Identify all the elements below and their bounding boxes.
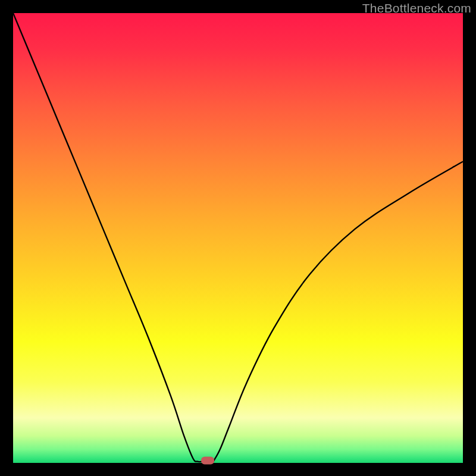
chart-plot-area xyxy=(13,13,463,463)
curve-left-branch xyxy=(13,13,202,462)
bottleneck-curve xyxy=(13,13,463,463)
curve-right-branch xyxy=(213,161,463,461)
optimal-point-marker xyxy=(201,457,214,465)
watermark-text: TheBottleneck.com xyxy=(362,1,471,15)
